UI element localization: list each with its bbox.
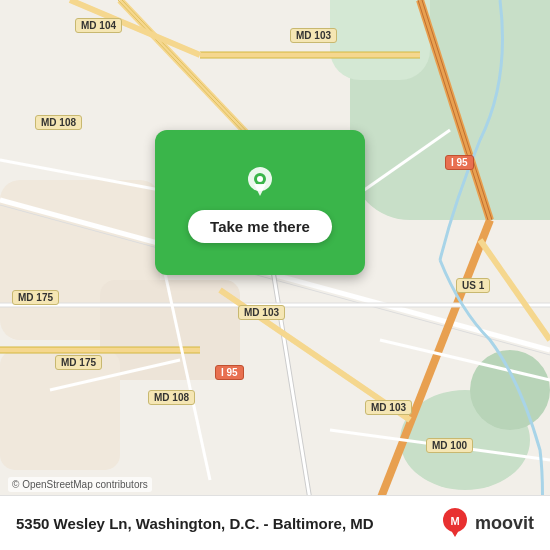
svg-line-7 (418, 0, 488, 220)
road-label-md104: MD 104 (75, 18, 122, 33)
moovit-logo: M moovit (439, 507, 534, 539)
map-container: MD 104 MD 103 MD 108 MD 108 MD 175 MD 17… (0, 0, 550, 550)
roads-layer (0, 0, 550, 550)
road-label-md108-mid: MD 108 (148, 390, 195, 405)
road-label-md103-bot: MD 103 (365, 400, 412, 415)
svg-line-27 (350, 130, 450, 200)
svg-line-8 (422, 0, 492, 220)
svg-line-5 (420, 0, 490, 220)
svg-line-22 (480, 240, 550, 340)
take-me-there-button[interactable]: Take me there (188, 210, 332, 243)
road-label-md175-2: MD 175 (55, 355, 102, 370)
bottom-bar: 5350 Wesley Ln, Washington, D.C. - Balti… (0, 495, 550, 550)
road-label-i95-1: I 95 (445, 155, 474, 170)
road-label-md100: MD 100 (426, 438, 473, 453)
road-label-md103-top: MD 103 (290, 28, 337, 43)
svg-point-32 (257, 176, 263, 182)
svg-line-24 (0, 160, 160, 190)
road-label-us1: US 1 (456, 278, 490, 293)
road-label-md108-left: MD 108 (35, 115, 82, 130)
address-text: 5350 Wesley Ln, Washington, D.C. - Balti… (16, 515, 439, 532)
svg-line-29 (380, 340, 550, 380)
road-label-md175-1: MD 175 (12, 290, 59, 305)
road-label-md103-mid: MD 103 (238, 305, 285, 320)
svg-line-28 (160, 250, 210, 480)
moovit-icon: M (439, 507, 471, 539)
moovit-brand-text: moovit (475, 513, 534, 534)
location-card: Take me there (155, 130, 365, 275)
copyright-text: © OpenStreetMap contributors (8, 477, 152, 492)
pin-icon (240, 162, 280, 202)
svg-line-6 (380, 220, 490, 500)
road-label-i95-2: I 95 (215, 365, 244, 380)
svg-text:M: M (450, 515, 459, 527)
svg-marker-36 (449, 527, 461, 537)
